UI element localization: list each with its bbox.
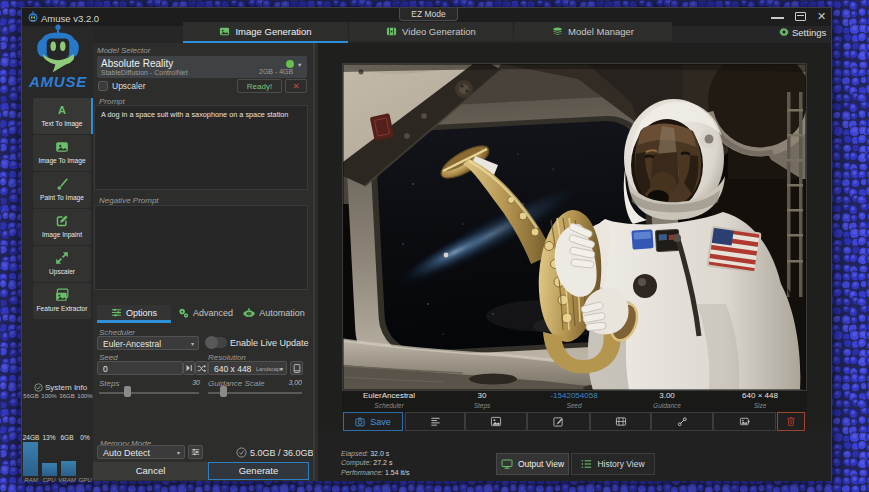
svg-text:A: A <box>58 104 66 116</box>
